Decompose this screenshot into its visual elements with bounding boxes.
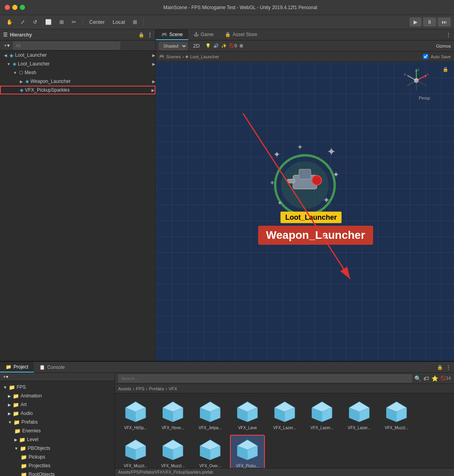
asset-vfx-hove[interactable]: VFX_Hove... — [155, 397, 190, 432]
asset-label-10: VFX_Muzzl... — [161, 464, 184, 468]
lighting-icon[interactable]: 💡 — [205, 43, 211, 48]
tab-game[interactable]: 🕹 Game — [188, 29, 219, 40]
file-prefabs[interactable]: ▼ 📁 Prefabs — [0, 418, 115, 426]
fullscreen-button[interactable] — [20, 5, 25, 10]
expand-pb: ▼ — [14, 446, 18, 451]
minimize-button[interactable] — [12, 5, 17, 10]
asset-label: VFX_HitSp... — [124, 426, 147, 430]
tab-asset-store[interactable]: 🔒 Asset Store — [219, 29, 263, 40]
local-button[interactable]: Local — [109, 18, 128, 26]
traffic-lights — [5, 5, 25, 10]
asset-label-8: VFX_Muzzl... — [385, 426, 408, 430]
hierarchy-root-item[interactable]: ◀ ◈ Loot_Launcher ▶ — [0, 51, 155, 60]
breadcrumb-loot[interactable]: Loot_Launcher — [190, 54, 219, 59]
lock-bottom-icon[interactable]: 🔒 — [437, 365, 443, 370]
file-projectiles[interactable]: 📁 Projectiles — [0, 461, 115, 470]
rect-tool-button[interactable]: ⬜ — [42, 18, 55, 26]
file-art[interactable]: ▶ 📁 Art — [0, 400, 115, 409]
lock-icon[interactable]: 🔒 — [138, 32, 144, 38]
add-button[interactable]: +▾ — [2, 42, 11, 48]
file-level[interactable]: ▶ 📁 Level — [0, 435, 115, 444]
hierarchy-search-input[interactable] — [13, 42, 120, 50]
asset-vfx-over[interactable]: VFX_Over... — [193, 435, 228, 468]
pbobjects-label: PBObjects — [28, 445, 50, 451]
scene-tabs: 🎮 Scene 🕹 Game 🔒 Asset Store ⋮ — [156, 29, 454, 40]
asset-vfx-lazer2[interactable]: VFX_Lazer... — [305, 397, 339, 432]
hierarchy-loot-launcher[interactable]: ▼ ◈ Loot_Launcher ▶ — [0, 60, 155, 68]
scene-toolbar: Shaded 2D 💡 🔊 ✨ 🚫0 ⊞ Gizmos — [156, 40, 454, 52]
file-pbobjects[interactable]: ▼ 📁 PBObjects — [0, 444, 115, 453]
asset-vfx-muzzl2[interactable]: VFX_Muzzl... — [118, 435, 153, 468]
bc-prefabs[interactable]: Prefabs — [149, 386, 164, 391]
file-enemies[interactable]: 📁 Enemies — [0, 426, 115, 435]
hierarchy-weapon-launcher[interactable]: ▶ ◈ Weapon_Launcher ▶ — [0, 77, 155, 86]
play-button[interactable]: ▶ — [410, 17, 421, 27]
asset-vfx-lazer1[interactable]: VFX_Lazer... — [267, 397, 302, 432]
scene-lock-icon[interactable]: 🔒 — [443, 67, 448, 72]
breadcrumb-scenes[interactable]: Scenes — [166, 54, 181, 59]
asset-vfx-lazer3[interactable]: VFX_Lazer... — [342, 397, 377, 432]
file-animation[interactable]: ▶ 📁 Animation — [0, 392, 115, 400]
assets-search-input[interactable] — [118, 374, 412, 382]
pause-button[interactable]: ⏸ — [423, 17, 436, 27]
effects-icon[interactable]: ✨ — [221, 43, 227, 48]
audio-icon[interactable]: 🔊 — [213, 43, 219, 48]
asset-vfx-picku[interactable]: VFX_Picku... — [230, 435, 265, 468]
center-button[interactable]: Center — [86, 18, 108, 26]
file-rootobjects[interactable]: 📁 RootObjects — [0, 470, 115, 476]
filter-count: 🚫14 — [441, 376, 451, 381]
hidden-layers[interactable]: 🚫0 — [229, 43, 237, 48]
asset-vfx-muzzl3[interactable]: VFX_Muzzl... — [155, 435, 190, 468]
audio-label: Audio — [21, 411, 33, 416]
main-layout: ☰ Hierarchy 🔒 ⋮ +▾ ◀ ◈ Loot_Launcher ▶ ▼… — [0, 29, 454, 361]
file-tree[interactable]: ▼ 📁 FPS ▶ 📁 Animation ▶ 📁 Art ▶ 📁 — [0, 381, 115, 476]
close-button[interactable] — [5, 5, 10, 10]
tab-project[interactable]: 📁 Project — [0, 362, 34, 372]
hierarchy-mesh[interactable]: ▼ ⬡ Mesh — [0, 68, 155, 77]
expand-icon: ▼ — [6, 61, 11, 66]
asset-label-7: VFX_Lazer... — [348, 426, 371, 430]
scene-tab-icon: 🎮 — [161, 32, 167, 37]
grid-scene-icon[interactable]: ⊞ — [239, 43, 243, 48]
asset-vfx-muzzl1[interactable]: VFX_Muzzl... — [379, 397, 414, 432]
expand-arrow-2: ▶ — [152, 62, 155, 66]
add-project-icon[interactable]: +▾ — [3, 374, 8, 380]
step-button[interactable]: ⏭ — [438, 17, 451, 27]
file-pickups[interactable]: 📁 Pickups — [0, 453, 115, 461]
art-label: Art — [21, 402, 27, 407]
2d-button[interactable]: 2D — [190, 42, 203, 50]
asset-label-9: VFX_Muzzl... — [124, 464, 147, 468]
more-icon[interactable]: ⋮ — [148, 32, 152, 38]
asset-vfx-hitsp[interactable]: VFX_HitSp... — [118, 397, 153, 432]
label-icon[interactable]: 🏷 — [423, 375, 429, 382]
file-fps[interactable]: ▼ 📁 FPS — [0, 383, 115, 392]
asset-vfx-jetpa[interactable]: VFX_Jetpa... — [193, 397, 228, 432]
file-audio[interactable]: ▶ 📁 Audio — [0, 409, 115, 418]
custom-tool-button[interactable]: ✂ — [69, 18, 79, 26]
asset-vfx-lava[interactable]: VFX_Lava — [230, 397, 265, 432]
tab-scene[interactable]: 🎮 Scene — [156, 29, 188, 40]
scene-more-icon[interactable]: ⋮ — [446, 32, 451, 38]
hierarchy-title: Hierarchy — [10, 32, 32, 38]
search-icon[interactable]: 🔍 — [414, 375, 421, 382]
status-text: Assets/FPS/Prefabs/VFX/VFX_PickupSparkle… — [118, 470, 213, 474]
bc-vfx[interactable]: VFX — [169, 386, 177, 391]
more-bottom-icon[interactable]: ⋮ — [446, 365, 451, 370]
project-tab-icon: 📁 — [6, 364, 11, 370]
scene-canvas[interactable]: ✦ ✦ ✦ ✦ ✦ ✦ ✦ Loot_Launcher Weapon_Launc… — [156, 62, 454, 361]
favorite-icon[interactable]: ⭐ — [431, 375, 438, 382]
rotate-tool-button[interactable]: ↺ — [30, 18, 40, 26]
gizmos-label[interactable]: Gizmos — [436, 44, 451, 48]
hierarchy-vfx-pickup[interactable]: ◈ VFX_PickupSparkles ▶ — [0, 86, 155, 94]
grid-button[interactable]: ⊞ — [130, 18, 140, 26]
bc-assets[interactable]: Assets — [118, 386, 131, 391]
move-tool-button[interactable]: ⤢ — [17, 18, 28, 26]
transform-tool-button[interactable]: ⊞ — [56, 18, 67, 26]
shading-mode-select[interactable]: Shaded — [159, 42, 188, 50]
tab-console[interactable]: 📋 Console — [34, 362, 70, 372]
folder-audio-icon: 📁 — [13, 411, 19, 416]
asset-cube-icon-6 — [309, 399, 335, 424]
bc-fps[interactable]: FPS — [136, 386, 144, 391]
auto-save-checkbox[interactable] — [423, 54, 428, 59]
hand-tool-button[interactable]: ✋ — [3, 18, 16, 26]
